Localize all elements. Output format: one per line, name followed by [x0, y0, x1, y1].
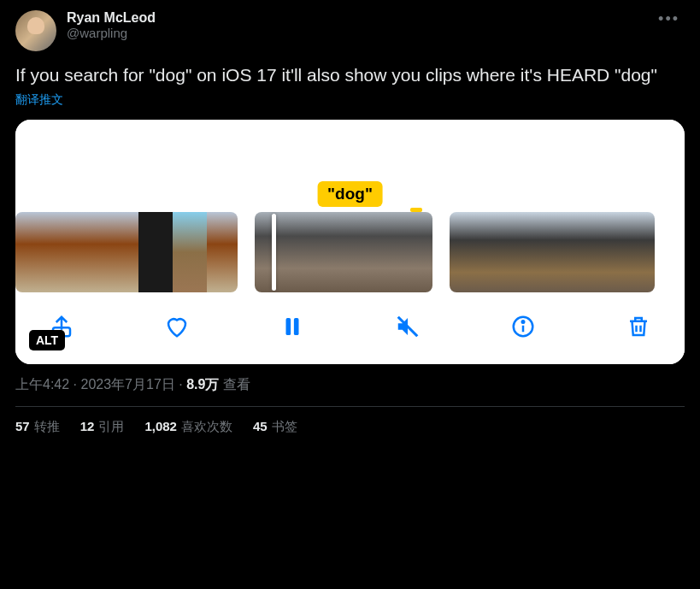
thumbnail: [207, 212, 238, 292]
media-top-area: "dog": [15, 120, 685, 212]
thumbnail: [77, 212, 108, 292]
display-name: Ryan McLeod: [67, 10, 643, 26]
thumbnail: [388, 212, 432, 292]
translate-link[interactable]: 翻译推文: [15, 92, 63, 108]
thumbnail: [484, 212, 518, 292]
trash-icon[interactable]: [623, 311, 654, 342]
views-label: 查看: [219, 377, 250, 392]
thumbnail: [299, 212, 344, 292]
svg-rect-1: [286, 318, 291, 335]
filmstrip[interactable]: [15, 212, 685, 292]
thumbnail: [138, 212, 173, 292]
tweet-meta: 上午4:42 · 2023年7月17日 · 8.9万 查看: [15, 376, 685, 394]
clip-group-2[interactable]: [255, 212, 432, 292]
thumbnail: [518, 212, 552, 292]
views-count: 8.9万: [186, 377, 219, 392]
heart-icon[interactable]: [162, 311, 192, 342]
svg-rect-2: [294, 318, 299, 335]
scrubber-handle[interactable]: [272, 214, 276, 291]
avatar[interactable]: [15, 10, 56, 51]
thumbnail: [173, 212, 207, 292]
mute-icon[interactable]: [392, 311, 423, 342]
tweet-header: Ryan McLeod @warpling •••: [15, 10, 685, 51]
thumbnail: [255, 212, 299, 292]
thumbnail: [15, 212, 46, 292]
tweet-stats: 57转推 12引用 1,082喜欢次数 45书签: [15, 419, 685, 435]
quotes-stat[interactable]: 12引用: [80, 419, 125, 435]
clip-group-1[interactable]: [15, 212, 238, 292]
handle: @warpling: [67, 26, 643, 40]
alt-badge[interactable]: ALT: [29, 330, 65, 350]
thumbnail: [46, 212, 77, 292]
divider: [15, 406, 685, 407]
media-toolbar: [15, 292, 685, 364]
thumbnail: [344, 212, 388, 292]
bookmarks-stat[interactable]: 45书签: [253, 419, 297, 435]
thumbnail: [450, 212, 484, 292]
thumbnail: [586, 212, 621, 292]
tweet-time[interactable]: 上午4:42: [15, 377, 69, 392]
thumbnail: [552, 212, 586, 292]
likes-stat[interactable]: 1,082喜欢次数: [144, 419, 232, 435]
tweet-date[interactable]: 2023年7月17日: [80, 377, 174, 392]
tweet-text: If you search for "dog" on iOS 17 it'll …: [15, 63, 685, 87]
author-names[interactable]: Ryan McLeod @warpling: [67, 10, 643, 40]
info-icon[interactable]: [508, 311, 538, 342]
media-card: "dog": [15, 120, 685, 364]
thumbnail: [108, 212, 138, 292]
more-icon[interactable]: •••: [653, 10, 685, 28]
pause-icon[interactable]: [277, 311, 308, 342]
clip-group-3[interactable]: [450, 212, 655, 292]
tweet-container: Ryan McLeod @warpling ••• If you search …: [0, 0, 700, 445]
thumbnail: [621, 212, 655, 292]
keyword-badge: "dog": [317, 181, 383, 207]
svg-point-6: [522, 321, 525, 323]
retweets-stat[interactable]: 57转推: [15, 419, 60, 435]
